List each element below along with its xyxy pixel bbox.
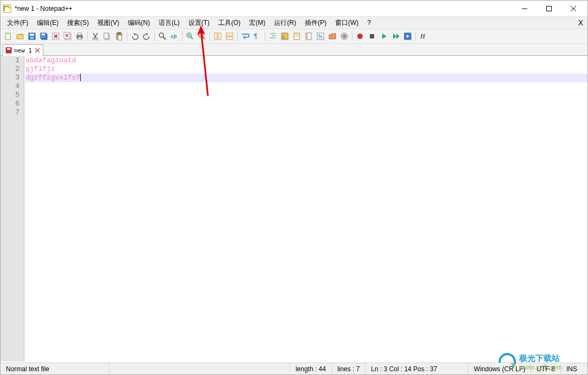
play-icon[interactable] — [378, 31, 389, 42]
undo-icon[interactable] — [129, 31, 140, 42]
menu-macro[interactable]: 宏(M) — [245, 17, 270, 29]
toolbar-separator — [87, 31, 88, 41]
svg-rect-22 — [78, 37, 81, 40]
save-icon[interactable] — [27, 31, 37, 42]
print-icon[interactable] — [74, 31, 85, 42]
toolbar-separator — [182, 31, 182, 41]
code-line[interactable] — [25, 82, 587, 91]
play-multi-icon[interactable] — [390, 31, 401, 42]
menu-file[interactable]: 文件(F) — [3, 17, 32, 29]
svg-rect-2 — [546, 6, 551, 11]
menu-help[interactable]: ? — [363, 18, 375, 28]
code-line[interactable] — [25, 100, 587, 108]
monitor-icon[interactable] — [339, 31, 350, 42]
code-line[interactable]: abdafagzoatd — [25, 56, 587, 65]
code-line[interactable] — [25, 91, 587, 100]
code-line[interactable]: gjflfjz — [25, 65, 587, 74]
menu-view[interactable]: 视图(V) — [93, 17, 123, 29]
editor[interactable]: 1 2 3 4 5 6 7 abdafagzoatd gjflfjz dgzff… — [1, 56, 587, 361]
svg-rect-30 — [117, 32, 121, 34]
line-number-gutter: 1 2 3 4 5 6 7 — [1, 56, 24, 361]
copy-icon[interactable] — [102, 31, 113, 42]
svg-point-32 — [159, 33, 164, 37]
zoom-out-icon[interactable] — [197, 31, 207, 42]
func-list-icon[interactable]: fx — [315, 31, 326, 42]
app-icon — [3, 4, 11, 13]
maximize-button[interactable] — [537, 1, 561, 17]
replace-icon[interactable]: ab — [169, 31, 180, 42]
record-icon[interactable] — [355, 31, 365, 42]
open-file-icon[interactable] — [15, 31, 25, 42]
minimize-button[interactable] — [512, 1, 537, 17]
menu-language[interactable]: 语言(L) — [154, 17, 184, 29]
svg-rect-44 — [218, 33, 221, 40]
menubar-close-button[interactable]: X — [578, 18, 583, 27]
svg-text:¶: ¶ — [254, 32, 257, 40]
wordwrap-icon[interactable] — [240, 31, 251, 42]
svg-rect-28 — [104, 33, 108, 38]
menu-run[interactable]: 运行(R) — [270, 17, 300, 29]
menu-window[interactable]: 窗口(W) — [331, 17, 363, 29]
svg-line-41 — [202, 37, 205, 39]
line-number: 6 — [1, 100, 19, 108]
toolbar-separator — [154, 31, 155, 41]
stop-icon[interactable] — [367, 31, 377, 42]
folder-icon[interactable] — [327, 31, 338, 42]
lang-icon[interactable]: L — [279, 31, 290, 42]
status-filetype: Normal text file — [1, 363, 109, 374]
indent-guide-icon[interactable] — [267, 31, 278, 42]
tab-new1[interactable]: new 1 — [3, 44, 43, 56]
hex-icon[interactable]: H — [418, 31, 429, 42]
svg-rect-6 — [5, 33, 10, 35]
svg-line-33 — [163, 37, 166, 40]
save-macro-icon[interactable] — [402, 31, 413, 42]
doc-list-icon[interactable] — [303, 31, 314, 42]
statusbar: Normal text file length : 44 lines : 7 L… — [1, 363, 587, 374]
close-all-icon[interactable] — [62, 31, 73, 42]
status-encoding: UTF-8 — [531, 363, 560, 374]
svg-rect-43 — [214, 33, 217, 40]
sync-v-icon[interactable] — [212, 31, 223, 42]
svg-text:fx: fx — [318, 34, 323, 40]
menu-edit[interactable]: 编辑(E) — [32, 17, 63, 29]
menu-tools[interactable]: 工具(O) — [214, 17, 245, 29]
svg-rect-46 — [226, 37, 233, 40]
code-line[interactable] — [25, 108, 587, 117]
cut-icon[interactable] — [90, 31, 101, 42]
line-number: 7 — [1, 108, 19, 117]
line-number: 2 — [1, 65, 19, 74]
menu-search[interactable]: 搜索(S) — [63, 17, 93, 29]
tabbar: new 1 — [1, 44, 587, 56]
code-line-current[interactable]: dgzffzgvxlfsf — [25, 74, 587, 82]
menu-plugins[interactable]: 插件(P) — [300, 17, 331, 29]
window-title: *new 1 - Notepad++ — [15, 5, 73, 12]
doc-map-icon[interactable] — [291, 31, 302, 42]
tab-close-icon[interactable] — [34, 47, 41, 54]
svg-rect-65 — [370, 34, 374, 38]
find-icon[interactable] — [157, 31, 168, 42]
save-all-icon[interactable] — [38, 31, 49, 42]
all-chars-icon[interactable]: ¶ — [252, 31, 263, 42]
toolbar-separator — [352, 31, 352, 41]
code-area[interactable]: abdafagzoatd gjflfjz dgzffzgvxlfsf — [24, 56, 587, 361]
status-cursor: Ln : 3 Col : 14 Pos : 37 — [365, 363, 468, 374]
toolbar: ab ¶ L fx H — [1, 29, 587, 44]
redo-icon[interactable] — [141, 31, 152, 42]
close-file-icon[interactable] — [50, 31, 61, 42]
paste-icon[interactable] — [114, 31, 125, 42]
tab-modified-icon — [5, 47, 12, 54]
svg-point-63 — [343, 35, 346, 38]
status-spacer — [109, 363, 290, 374]
new-file-icon[interactable] — [3, 31, 14, 42]
svg-rect-9 — [30, 37, 34, 39]
sync-h-icon[interactable] — [224, 31, 235, 42]
toolbar-separator — [127, 31, 127, 41]
caret — [80, 74, 81, 81]
window-controls — [512, 1, 585, 17]
line-number: 1 — [1, 56, 19, 65]
svg-rect-21 — [78, 33, 81, 35]
menu-settings[interactable]: 设置(T) — [184, 17, 214, 29]
close-button[interactable] — [561, 1, 585, 17]
zoom-in-icon[interactable] — [185, 31, 195, 42]
menu-encoding[interactable]: 编码(N) — [123, 17, 154, 29]
